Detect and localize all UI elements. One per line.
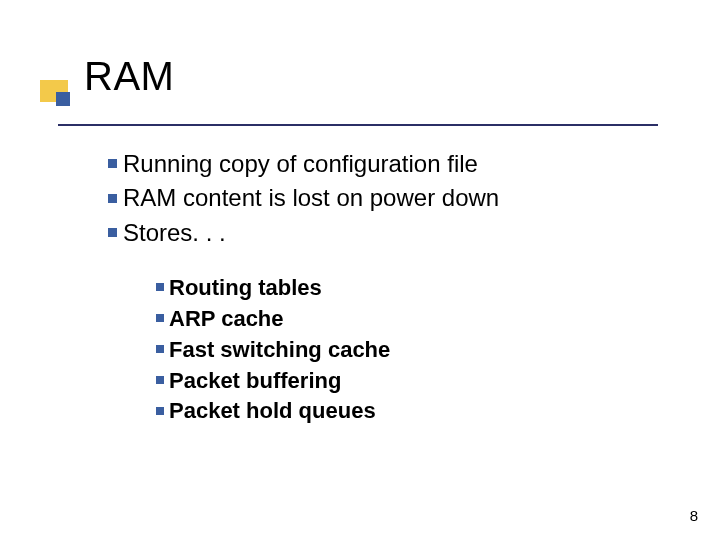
bullet-lvl1: RAM content is lost on power down [108, 182, 668, 214]
sub-bullets: Routing tables ARP cache Fast switching … [156, 273, 668, 427]
bullet-text: Stores. . . [123, 219, 226, 246]
slide-body: Running copy of configuration file RAM c… [108, 148, 668, 427]
title-decoration [40, 80, 76, 116]
square-bullet-icon [156, 283, 164, 291]
square-bullet-icon [156, 314, 164, 322]
bullet-lvl2: Packet buffering [156, 366, 668, 397]
slide-title: RAM [84, 54, 174, 99]
deco-blue-square [56, 92, 70, 106]
bullet-text: Routing tables [169, 275, 322, 300]
title-underline [58, 124, 658, 126]
square-bullet-icon [108, 194, 117, 203]
bullet-text: Packet buffering [169, 368, 341, 393]
square-bullet-icon [156, 407, 164, 415]
bullet-lvl2: Packet hold queues [156, 396, 668, 427]
bullet-text: Running copy of configuration file [123, 150, 478, 177]
square-bullet-icon [108, 228, 117, 237]
square-bullet-icon [156, 345, 164, 353]
bullet-lvl1: Running copy of configuration file [108, 148, 668, 180]
bullet-lvl1: Stores. . . [108, 217, 668, 249]
bullet-text: ARP cache [169, 306, 284, 331]
square-bullet-icon [108, 159, 117, 168]
bullet-text: RAM content is lost on power down [123, 184, 499, 211]
square-bullet-icon [156, 376, 164, 384]
bullet-lvl2: ARP cache [156, 304, 668, 335]
page-number: 8 [690, 507, 698, 524]
bullet-text: Packet hold queues [169, 398, 376, 423]
bullet-text: Fast switching cache [169, 337, 390, 362]
bullet-lvl2: Routing tables [156, 273, 668, 304]
bullet-lvl2: Fast switching cache [156, 335, 668, 366]
slide: RAM Running copy of configuration file R… [0, 0, 720, 540]
